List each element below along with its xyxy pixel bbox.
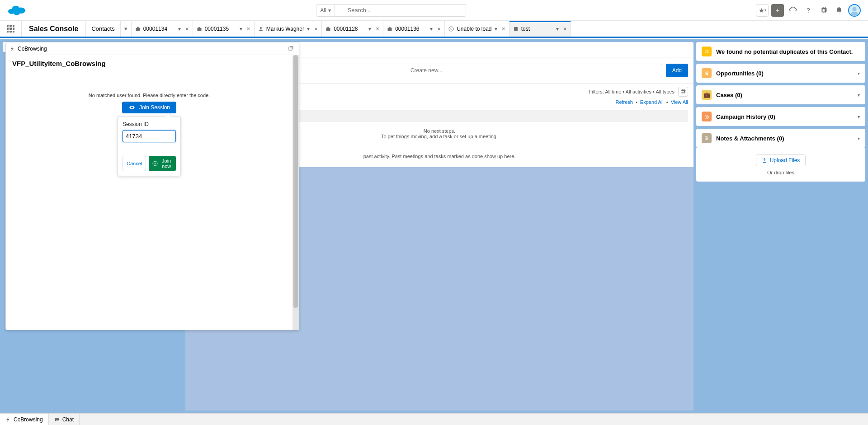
close-tab-icon[interactable]: × [437, 25, 441, 33]
tab-type-icon [135, 26, 141, 32]
global-actions-button[interactable]: ＋ [771, 4, 784, 17]
setup-gear-icon[interactable] [817, 4, 830, 17]
chevron-down-icon[interactable]: ▾ [178, 26, 181, 32]
tab-type-icon [448, 26, 454, 32]
app-launcher-button[interactable] [0, 21, 22, 37]
chevron-down-icon[interactable]: ▾ [368, 26, 371, 32]
tab-label: 00001128 [334, 26, 358, 32]
workspace-tab[interactable]: 00001134▾× [132, 21, 193, 37]
search-scope-label: All [320, 7, 326, 14]
tab-type-icon [513, 26, 519, 32]
workspace-tab[interactable]: Unable to load▾× [445, 21, 509, 37]
close-tab-icon[interactable]: × [376, 25, 379, 33]
waffle-icon [7, 25, 15, 33]
svg-point-7 [852, 7, 856, 11]
tab-label: test [521, 26, 530, 32]
svg-rect-12 [326, 28, 330, 31]
global-search-input[interactable] [335, 4, 466, 17]
notifications-bell-icon[interactable] [833, 4, 845, 17]
chevron-down-icon: ▾ [328, 7, 331, 14]
help-button[interactable]: ? [802, 4, 815, 17]
close-tab-icon[interactable]: × [314, 25, 318, 33]
svg-rect-9 [136, 28, 140, 31]
favorites-button[interactable]: ★▾ [756, 4, 769, 17]
tab-label: 00001134 [143, 26, 167, 32]
close-tab-icon[interactable]: × [185, 25, 189, 33]
workspace-tab[interactable]: 00001128▾× [322, 21, 383, 37]
svg-rect-16 [514, 27, 518, 31]
svg-point-3 [14, 11, 19, 15]
workspace-tab[interactable]: test▾× [509, 21, 571, 37]
salesforce-help-icon[interactable] [787, 4, 799, 17]
chevron-down-icon[interactable]: ▾ [495, 26, 497, 32]
chevron-down-icon[interactable]: ▾ [240, 26, 242, 32]
svg-line-15 [450, 28, 453, 30]
svg-point-11 [260, 27, 262, 29]
close-tab-icon[interactable]: × [247, 25, 250, 33]
chevron-down-icon[interactable]: ▾ [430, 26, 433, 32]
salesforce-logo[interactable] [7, 4, 26, 17]
workspace-tab[interactable]: 00001135▾× [193, 21, 255, 37]
global-header: All ▾ ★▾ ＋ ? [0, 0, 868, 21]
tab-label: 00001136 [395, 26, 419, 32]
tab-type-icon [387, 26, 392, 32]
search-scope-dropdown[interactable]: All ▾ [316, 4, 335, 17]
svg-rect-10 [197, 28, 201, 31]
close-tab-icon[interactable]: × [563, 25, 567, 33]
user-avatar[interactable] [848, 4, 861, 17]
chevron-down-icon[interactable]: ▾ [556, 26, 559, 32]
workspace-tab[interactable]: 00001136▾× [383, 21, 445, 37]
chevron-down-icon[interactable]: ▾ [307, 26, 310, 32]
close-tab-icon[interactable]: × [502, 25, 505, 33]
tab-label: Markus Wagner [266, 26, 304, 32]
tab-type-icon [258, 26, 264, 32]
svg-rect-13 [388, 28, 392, 31]
tab-type-icon [197, 26, 202, 32]
tab-label: 00001135 [205, 26, 229, 32]
nav-object-dropdown[interactable]: Contacts ▾ [86, 21, 131, 37]
tab-label: Unable to load [457, 26, 491, 32]
chevron-down-icon: ▾ [120, 21, 131, 37]
tab-type-icon [326, 26, 331, 32]
nav-bar: Sales Console Contacts ▾ 00001134▾×00001… [0, 21, 868, 38]
app-name: Sales Console [22, 21, 86, 37]
workspace-tab[interactable]: Markus Wagner▾× [255, 21, 322, 37]
nav-object-label: Contacts [86, 21, 120, 37]
